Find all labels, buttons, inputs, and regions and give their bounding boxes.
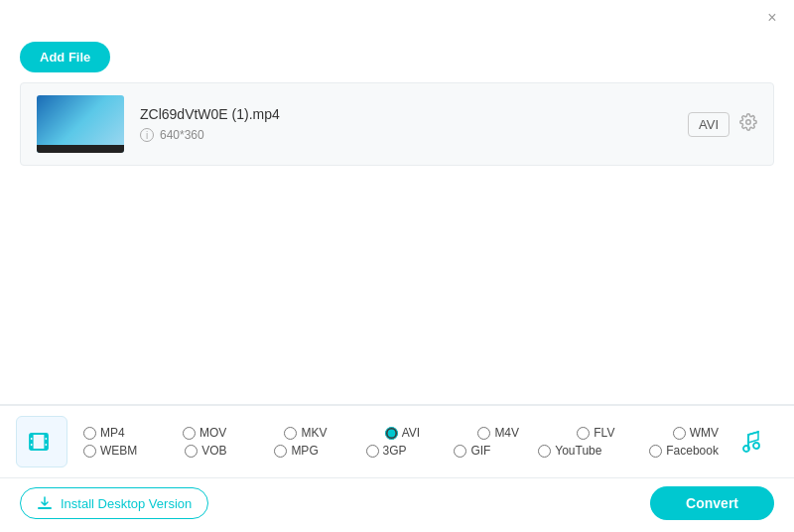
content-area xyxy=(0,166,794,364)
format-option-mkv[interactable]: MKV xyxy=(284,426,327,440)
file-actions: AVI xyxy=(688,112,757,137)
video-format-icon-box[interactable] xyxy=(16,416,67,467)
format-option-youtube[interactable]: YouTube xyxy=(538,444,601,458)
toolbar: Add File xyxy=(0,36,794,82)
format-radio-facebook[interactable] xyxy=(649,445,662,458)
svg-point-11 xyxy=(753,443,759,449)
music-icon xyxy=(736,426,768,458)
format-radio-vob[interactable] xyxy=(185,445,198,458)
format-label-m4v: M4V xyxy=(494,426,519,440)
video-icon xyxy=(28,428,56,456)
format-label-gif: GIF xyxy=(470,444,490,458)
file-list-item: ZCl69dVtW0E (1).mp4 i 640*360 AVI xyxy=(20,82,774,166)
file-name: ZCl69dVtW0E (1).mp4 xyxy=(140,106,672,122)
format-label-mkv: MKV xyxy=(301,426,327,440)
format-label-wmv: WMV xyxy=(690,426,719,440)
close-button[interactable]: × xyxy=(762,8,782,28)
bottom-panel: MP4 MOV MKV AVI M4V xyxy=(0,404,794,532)
format-selector: MP4 MOV MKV AVI M4V xyxy=(0,406,794,477)
install-label: Install Desktop Version xyxy=(61,496,192,511)
format-radio-3gp[interactable] xyxy=(366,445,379,458)
format-label-flv: FLV xyxy=(594,426,614,440)
format-radio-mkv[interactable] xyxy=(284,427,297,440)
format-option-webm[interactable]: WEBM xyxy=(83,444,137,458)
format-option-gif[interactable]: GIF xyxy=(454,444,490,458)
file-meta: i 640*360 xyxy=(140,128,672,142)
format-radio-m4v[interactable] xyxy=(477,427,490,440)
format-radio-flv[interactable] xyxy=(577,427,590,440)
format-radio-mp4[interactable] xyxy=(83,427,96,440)
format-label-mp4: MP4 xyxy=(100,426,125,440)
settings-icon[interactable] xyxy=(739,113,757,136)
add-file-button[interactable]: Add File xyxy=(20,42,110,72)
info-icon[interactable]: i xyxy=(140,128,154,142)
format-option-flv[interactable]: FLV xyxy=(577,426,614,440)
format-option-m4v[interactable]: M4V xyxy=(477,426,519,440)
format-option-facebook[interactable]: Facebook xyxy=(649,444,719,458)
format-label-avi: AVI xyxy=(402,426,420,440)
format-label-3gp: 3GP xyxy=(383,444,407,458)
format-label-mpg: MPG xyxy=(291,444,318,458)
format-badge[interactable]: AVI xyxy=(688,112,729,137)
convert-button[interactable]: Convert xyxy=(650,486,774,520)
format-label-facebook: Facebook xyxy=(666,444,719,458)
format-label-youtube: YouTube xyxy=(555,444,601,458)
format-radio-mpg[interactable] xyxy=(274,445,287,458)
svg-point-0 xyxy=(746,119,751,124)
format-radio-gif[interactable] xyxy=(454,445,466,458)
svg-rect-12 xyxy=(38,507,52,509)
format-radio-mov[interactable] xyxy=(183,427,196,440)
file-info: ZCl69dVtW0E (1).mp4 i 640*360 xyxy=(140,106,672,142)
format-radio-wmv[interactable] xyxy=(673,427,686,440)
format-option-3gp[interactable]: 3GP xyxy=(366,444,407,458)
format-radio-webm[interactable] xyxy=(83,445,96,458)
file-thumbnail xyxy=(37,95,124,153)
format-option-vob[interactable]: VOB xyxy=(185,444,226,458)
file-resolution: 640*360 xyxy=(160,128,204,142)
download-icon xyxy=(37,495,53,511)
format-option-wmv[interactable]: WMV xyxy=(673,426,719,440)
install-desktop-button[interactable]: Install Desktop Version xyxy=(20,487,208,519)
format-label-vob: VOB xyxy=(201,444,226,458)
title-bar: × xyxy=(0,0,794,36)
bottom-actions: Install Desktop Version Convert xyxy=(0,478,794,532)
format-label-webm: WEBM xyxy=(100,444,137,458)
format-radio-avi[interactable] xyxy=(385,427,398,440)
format-option-mp4[interactable]: MP4 xyxy=(83,426,125,440)
format-label-mov: MOV xyxy=(199,426,226,440)
format-option-avi[interactable]: AVI xyxy=(385,426,420,440)
format-option-mov[interactable]: MOV xyxy=(183,426,226,440)
format-option-mpg[interactable]: MPG xyxy=(274,444,318,458)
format-radio-youtube[interactable] xyxy=(538,445,551,458)
audio-format-icon-box[interactable] xyxy=(727,416,778,467)
